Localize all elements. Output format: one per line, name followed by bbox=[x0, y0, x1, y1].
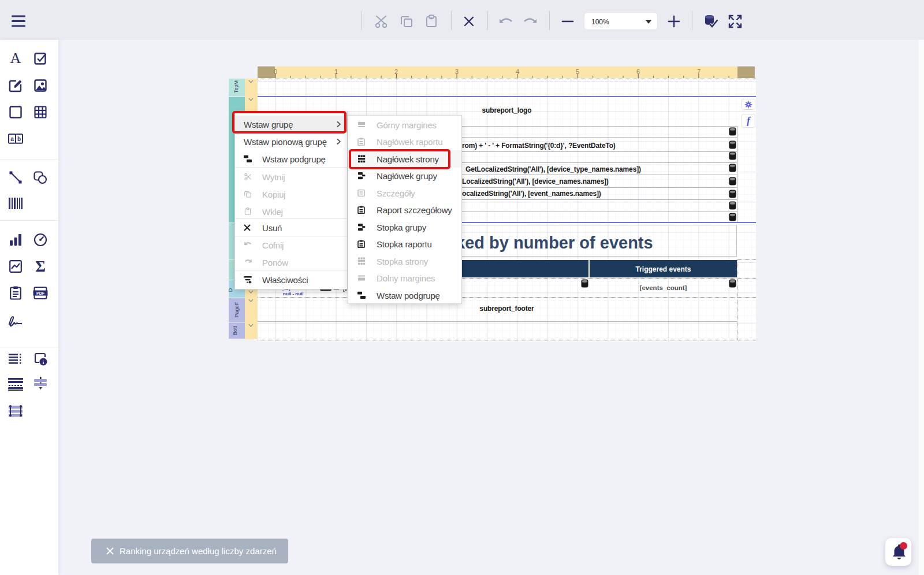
svg-text:5: 5 bbox=[576, 68, 579, 75]
svg-text:1: 1 bbox=[334, 68, 338, 75]
svg-text:a: a bbox=[10, 136, 14, 142]
svg-text:PDF: PDF bbox=[36, 291, 45, 295]
svg-text:2: 2 bbox=[394, 68, 398, 75]
svg-text:b: b bbox=[17, 136, 21, 142]
svg-text:6: 6 bbox=[636, 68, 640, 75]
svg-text:4: 4 bbox=[516, 68, 519, 75]
svg-text:0: 0 bbox=[274, 68, 277, 75]
svg-text:3: 3 bbox=[455, 68, 459, 75]
svg-text:7: 7 bbox=[697, 68, 701, 75]
